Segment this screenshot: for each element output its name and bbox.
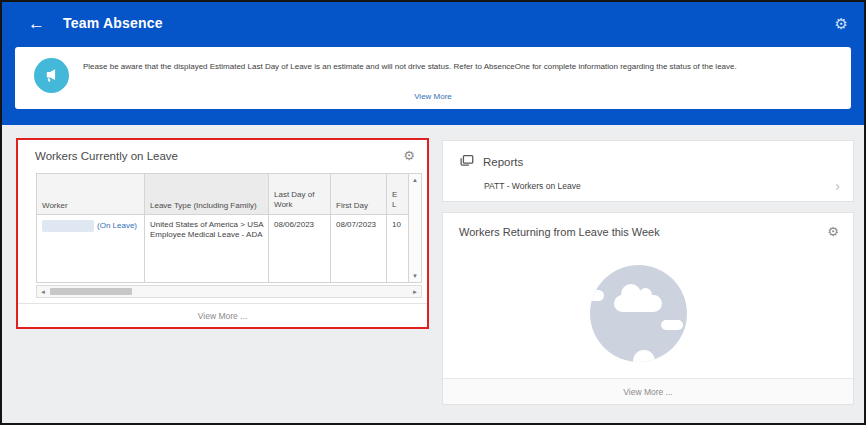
reports-card: Reports PATT - Workers on Leave › [442,140,854,202]
megaphone-icon [34,58,69,93]
workers-on-leave-table: Worker Leave Type (Including Family) Las… [36,173,422,283]
chevron-right-icon: › [835,182,840,190]
announcement-banner: Please be aware that the displayed Estim… [15,47,851,109]
header-row: ← Team Absence ⚙ [2,2,864,44]
workers-returning-title: Workers Returning from Leave this Week [459,226,660,238]
table-row: (On Leave) United States of America > US… [37,215,408,282]
workers-on-leave-gear-icon[interactable]: ⚙ [403,149,415,162]
worker-name-redacted[interactable] [42,220,94,232]
reports-title: Reports [483,156,523,168]
leave-type-line2: Employee Medical Leave - ADA [150,230,264,240]
scroll-up-icon[interactable]: ▲ [412,177,418,183]
column-header-leave-type[interactable]: Leave Type (Including Family) [145,174,269,214]
workers-returning-gear-icon[interactable]: ⚙ [827,225,839,238]
scroll-down-icon[interactable]: ▼ [412,273,418,279]
workers-returning-header: Workers Returning from Leave this Week ⚙ [443,213,853,238]
announcement-message: Please be aware that the displayed Estim… [83,62,831,71]
truncated-header-line2: L [392,200,397,210]
cell-estimated-truncated: 10 [387,215,408,282]
column-header-first-day[interactable]: First Day [331,174,387,214]
workers-on-leave-panel: Workers Currently on Leave ⚙ Worker Leav… [16,138,429,329]
cloud-icon [614,295,662,312]
column-header-worker[interactable]: Worker [37,174,145,214]
reports-header: Reports [443,141,853,171]
back-arrow-icon[interactable]: ← [28,15,45,32]
scroll-right-icon[interactable]: ► [412,289,418,295]
workers-on-leave-view-more[interactable]: View More ... [18,303,427,327]
workers-returning-view-more[interactable]: View More ... [443,378,853,404]
scroll-left-icon[interactable]: ◄ [40,289,46,295]
header-gear-icon[interactable]: ⚙ [835,16,848,31]
workers-on-leave-title: Workers Currently on Leave [35,150,178,162]
table-header-row: Worker Leave Type (Including Family) Las… [37,174,408,215]
cell-leave-type: United States of America > USA Employee … [145,215,269,282]
table-grid: Worker Leave Type (Including Family) Las… [37,174,408,282]
column-header-estimated-truncated[interactable]: E L [387,174,408,214]
horizontal-scrollbar[interactable]: ◄ ► [36,285,422,298]
cloud-small-right-icon [661,320,683,330]
page-title: Team Absence [63,15,163,31]
horizontal-scrollbar-thumb[interactable] [50,288,132,295]
cell-worker: (On Leave) [37,215,145,282]
top-header-bar: ← Team Absence ⚙ Please be aware that th… [2,2,864,125]
column-header-last-day-of-work[interactable]: Last Day of Work [269,174,331,214]
vertical-scrollbar[interactable]: ▲ ▼ [408,174,421,282]
truncated-header-line1: E [392,190,397,200]
report-item-label: PATT - Workers on Leave [484,181,581,191]
workers-on-leave-header: Workers Currently on Leave ⚙ [18,140,427,166]
worker-on-leave-link[interactable]: (On Leave) [97,221,137,230]
cell-first-day: 08/07/2023 [331,215,387,282]
cloud-small-left-icon [590,290,604,301]
cloud-bottom-notch [633,350,655,362]
cell-last-day-of-work: 08/06/2023 [269,215,331,282]
workers-returning-card: Workers Returning from Leave this Week ⚙… [442,212,854,405]
empty-state-cloud-illustration [590,265,687,362]
leave-type-line1: United States of America > USA [150,220,264,230]
reports-icon [459,153,474,171]
app-window: ← Team Absence ⚙ Please be aware that th… [0,0,866,425]
announcement-view-more-link[interactable]: View More [15,92,851,101]
report-item-patt-workers-on-leave[interactable]: PATT - Workers on Leave › [443,171,853,191]
